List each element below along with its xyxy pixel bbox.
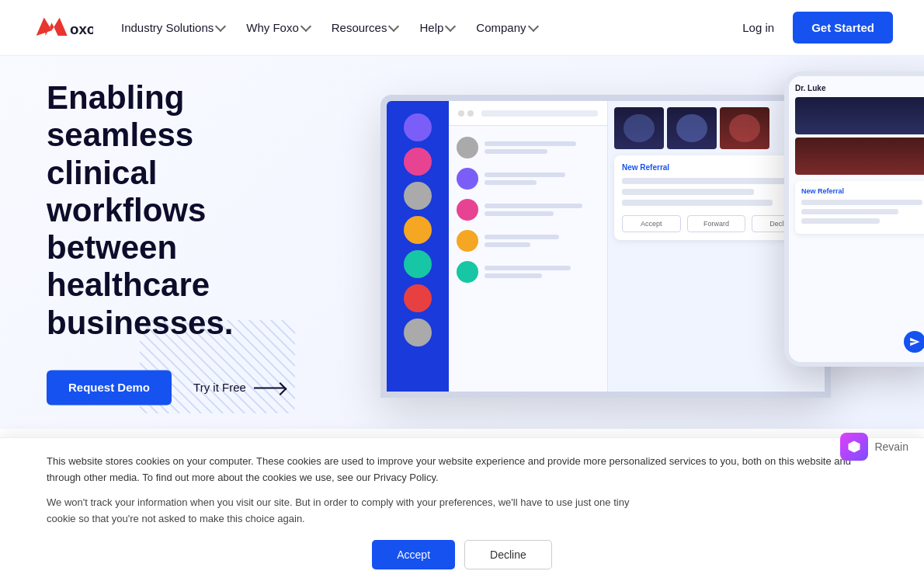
nav-item-why-foxo[interactable]: Why Foxo — [246, 21, 310, 34]
chat-item — [449, 163, 607, 194]
hero-buttons: Request Demo Try it Free — [47, 371, 311, 406]
app-sidebar — [387, 101, 449, 392]
hero-section: Enabling seamless clinical workflows bet… — [0, 56, 924, 429]
phone-referral-card: New Referral — [795, 181, 924, 234]
hero-title: Enabling seamless clinical workflows bet… — [47, 79, 311, 342]
navbar: oxo Industry Solutions Why Foxo Resource… — [0, 0, 924, 56]
avatar — [457, 230, 478, 252]
phone-scan-images — [795, 97, 924, 175]
avatar — [404, 216, 432, 244]
svg-marker-1 — [44, 17, 68, 35]
avatar — [404, 148, 432, 176]
avatar — [404, 182, 432, 210]
medical-scan-image — [667, 107, 717, 149]
phone-send-button[interactable] — [904, 331, 924, 353]
referral-card-title: New Referral — [622, 163, 811, 172]
phone-screen: Dr. Luke New Referral — [789, 76, 924, 362]
referral-action-buttons: Accept Forward Decline — [622, 215, 811, 232]
chevron-down-icon — [388, 21, 399, 32]
chevron-down-icon — [300, 21, 311, 32]
svg-text:oxo: oxo — [70, 21, 93, 37]
phone-card-title: New Referral — [801, 187, 922, 195]
avatar — [404, 113, 432, 141]
laptop-screen: New Referral Accept Forward Decline — [387, 101, 825, 392]
nav-item-help[interactable]: Help — [419, 21, 454, 34]
logo[interactable]: oxo — [31, 9, 93, 47]
chevron-down-icon — [445, 21, 456, 32]
try-free-link[interactable]: Try it Free — [193, 381, 285, 395]
avatar — [404, 284, 432, 312]
request-demo-button[interactable]: Request Demo — [47, 371, 172, 406]
navbar-left: oxo Industry Solutions Why Foxo Resource… — [31, 9, 537, 47]
app-main-content — [449, 101, 607, 392]
topbar-indicator — [467, 110, 474, 117]
phone-scan-image — [795, 97, 924, 134]
forward-referral-button[interactable]: Forward — [687, 215, 746, 232]
accept-referral-button[interactable]: Accept — [622, 215, 681, 232]
app-laptop-mockup: New Referral Accept Forward Decline — [380, 95, 831, 398]
avatar — [457, 261, 478, 283]
chat-item — [449, 225, 607, 256]
phone-doctor-name: Dr. Luke — [795, 84, 924, 92]
chevron-down-icon — [527, 21, 538, 32]
avatar — [457, 199, 478, 221]
app-phone-mockup: Dr. Luke New Referral — [784, 71, 924, 367]
avatar — [404, 319, 432, 346]
nav-item-company[interactable]: Company — [476, 21, 537, 34]
chat-item — [449, 194, 607, 225]
chat-list — [449, 126, 607, 392]
avatar — [457, 168, 478, 190]
nav-item-industry-solutions[interactable]: Industry Solutions — [121, 21, 224, 34]
nav-item-resources[interactable]: Resources — [332, 21, 398, 34]
chat-item — [449, 132, 607, 163]
get-started-button[interactable]: Get Started — [793, 12, 893, 44]
phone-scan-image — [795, 138, 924, 175]
app-topbar — [449, 101, 607, 126]
avatar — [404, 250, 432, 278]
topbar-indicator — [458, 110, 464, 117]
hero-illustration: New Referral Accept Forward Decline — [380, 71, 924, 413]
medical-scan-image — [720, 107, 769, 149]
arrow-right-icon — [254, 387, 285, 388]
topbar-search — [481, 110, 598, 117]
chat-item — [449, 256, 607, 287]
login-button[interactable]: Log in — [742, 21, 774, 34]
avatar — [457, 137, 478, 158]
medical-scan-image — [614, 107, 664, 149]
chevron-down-icon — [215, 21, 226, 32]
nav-items: Industry Solutions Why Foxo Resources He… — [121, 21, 537, 34]
navbar-right: Log in Get Started — [742, 12, 893, 44]
hero-content: Enabling seamless clinical workflows bet… — [47, 79, 311, 405]
